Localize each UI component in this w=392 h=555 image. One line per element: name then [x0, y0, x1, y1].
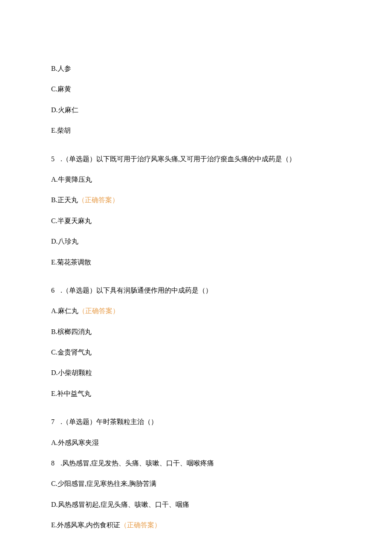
correct-answer-badge: （正确答案）: [78, 196, 119, 203]
option-line: A.麻仁丸（正确答案）: [51, 306, 341, 316]
option-line: E.外感风寒,内伤食积证（正确答案）: [51, 520, 341, 530]
option-override-number: 8: [51, 459, 55, 467]
option-label: E.补中益气丸: [51, 390, 91, 397]
option-label: A.外感风寒夹湿: [51, 439, 99, 446]
option-label: B.正天丸: [51, 196, 78, 203]
option-line: A.外感风寒夹湿: [51, 438, 341, 447]
option-line: E.柴胡: [51, 126, 341, 135]
option-line: C.半夏天麻丸: [51, 216, 341, 226]
option-line: D.火麻仁: [51, 105, 341, 115]
question-text: 午时茶颗粒主治（）: [96, 418, 158, 425]
question-type: .（单选题）: [61, 287, 96, 294]
question-number: 6: [51, 287, 55, 294]
correct-answer-badge: （正确答案）: [120, 521, 161, 529]
option-label: E.外感风寒,内伤食积证: [51, 521, 120, 529]
option-label: B.槟榔四消丸: [51, 328, 92, 335]
option-label: D.风热感冒初起,症见头痛、咳嗽、口干、咽痛: [51, 501, 189, 508]
option-label: D.小柴胡颗粒: [51, 369, 92, 376]
option-line: E.菊花茶调散: [51, 258, 341, 267]
question-type: .（单选题）: [61, 418, 96, 425]
document-body: B.人参C.麻黄D.火麻仁E.柴胡5.（单选题）以下既可用于治疗风寒头痛,又可用…: [51, 64, 341, 530]
question-text: 以下具有润肠通便作用的中成药是（）: [96, 287, 212, 294]
option-label: C.少阳感冒,症见寒热往来,胸胁苦满: [51, 480, 156, 487]
question-number: 7: [51, 418, 55, 425]
option-line: B.人参: [51, 64, 341, 73]
question-text: 以下既可用于治疗风寒头痛,又可用于治疗瘀血头痛的中成药是（）: [96, 155, 296, 163]
question-number: 5: [51, 155, 55, 163]
option-line: D.小柴胡颗粒: [51, 368, 341, 378]
option-line: 8.风热感冒,症见发热、头痛、咳嗽、口干、咽喉疼痛: [51, 459, 341, 468]
option-label: .风热感冒,症见发热、头痛、咳嗽、口干、咽喉疼痛: [61, 459, 214, 467]
option-line: D.风热感冒初起,症见头痛、咳嗽、口干、咽痛: [51, 500, 341, 509]
option-label: C.金贵肾气丸: [51, 349, 92, 356]
question-stem: 7.（单选题）午时茶颗粒主治（）: [51, 417, 341, 427]
option-line: B.槟榔四消丸: [51, 327, 341, 337]
option-line: C.麻黄: [51, 84, 341, 94]
question-type: .（单选题）: [61, 155, 96, 163]
option-line: C.少阳感冒,症见寒热往来,胸胁苦满: [51, 479, 341, 488]
option-label: C.半夏天麻丸: [51, 217, 92, 224]
question-stem: 6.（单选题）以下具有润肠通便作用的中成药是（）: [51, 286, 341, 295]
option-label: A.牛黄降压丸: [51, 176, 92, 183]
option-label: A.麻仁丸: [51, 307, 78, 314]
option-line: D.八珍丸: [51, 237, 341, 246]
correct-answer-badge: （正确答案）: [78, 307, 119, 314]
option-line: E.补中益气丸: [51, 389, 341, 398]
option-line: A.牛黄降压丸: [51, 175, 341, 184]
option-label: D.八珍丸: [51, 238, 78, 245]
question-stem: 5.（单选题）以下既可用于治疗风寒头痛,又可用于治疗瘀血头痛的中成药是（）: [51, 154, 341, 164]
option-label: E.菊花茶调散: [51, 259, 91, 266]
option-line: B.正天丸（正确答案）: [51, 195, 341, 205]
option-line: C.金贵肾气丸: [51, 348, 341, 357]
